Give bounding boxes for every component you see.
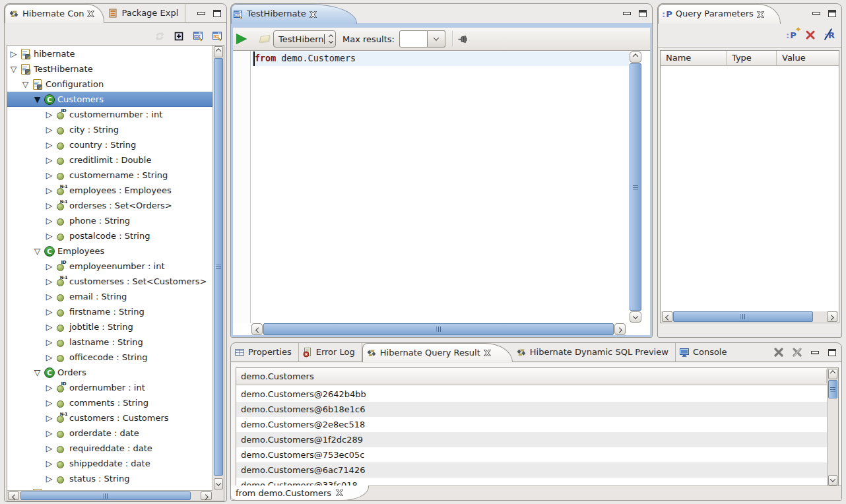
expander-icon[interactable] — [43, 471, 55, 486]
tree-item[interactable]: lastname : String — [7, 334, 212, 350]
scroll-thumb[interactable] — [263, 323, 614, 335]
close-icon[interactable] — [87, 11, 94, 18]
tree-item[interactable]: requireddate : date — [7, 441, 212, 456]
tab-hibernate-configurations[interactable]: Hibernate Con — [5, 4, 104, 23]
tree-item[interactable]: customername : String — [7, 168, 212, 183]
close-icon[interactable] — [484, 350, 491, 357]
expander-icon[interactable] — [43, 319, 55, 334]
tree-item[interactable]: city : String — [7, 122, 212, 137]
expander-icon[interactable] — [7, 46, 20, 61]
expander-icon[interactable] — [7, 61, 20, 77]
tree-item[interactable]: shippeddate : date — [7, 456, 212, 471]
expander-icon[interactable] — [43, 334, 55, 350]
minimize-icon[interactable] — [812, 12, 820, 15]
editor-vertical-scrollbar[interactable] — [630, 51, 641, 323]
tree-item[interactable]: employees : Employees — [7, 183, 212, 198]
tree-item[interactable]: hibernate — [7, 46, 212, 61]
refresh-icon[interactable] — [154, 31, 165, 42]
editor-text-area[interactable]: from demo.Customers — [252, 51, 629, 323]
tree-horizontal-scrollbar[interactable] — [7, 490, 212, 501]
tree-item[interactable]: Customers — [7, 92, 212, 107]
column-value[interactable]: Value — [777, 51, 839, 65]
close-icon[interactable] — [309, 11, 317, 18]
tree-item[interactable]: comments : String — [7, 395, 212, 410]
add-configuration-icon[interactable] — [174, 31, 184, 42]
scroll-down-button[interactable] — [630, 311, 641, 323]
tree-item[interactable]: employeenumber : int — [7, 259, 212, 274]
result-row[interactable]: demo.Customers@6ac71426 — [236, 462, 827, 478]
expander-icon[interactable] — [43, 107, 55, 122]
tab-package-explorer[interactable]: Package Expl — [104, 4, 185, 22]
tab-hibernate-dynamic-sql-preview[interactable]: Hibernate Dynamic SQL Preview — [513, 343, 676, 362]
expander-icon[interactable] — [43, 122, 55, 137]
expander-icon[interactable] — [43, 213, 55, 228]
tree-item[interactable]: jobtitle : String — [7, 319, 212, 334]
maximize-icon[interactable] — [639, 10, 647, 17]
tree-item[interactable]: orderdate : date — [7, 425, 212, 441]
result-row[interactable]: demo.Customers@1f2dc289 — [236, 432, 827, 447]
clear-editor-icon[interactable] — [259, 35, 271, 43]
minimize-icon[interactable] — [623, 12, 631, 15]
scroll-up-button[interactable] — [214, 46, 223, 57]
scroll-right-button[interactable] — [614, 323, 626, 335]
dropdown-button[interactable] — [428, 30, 445, 47]
tree-item[interactable]: creditlimit : Double — [7, 152, 212, 168]
tab-testhibernate-editor[interactable]: HQL TestHibernate — [231, 4, 357, 24]
tab-query-parameters[interactable]: :P Query Parameters — [658, 4, 781, 24]
scroll-left-button[interactable] — [8, 491, 19, 500]
expander-icon[interactable] — [43, 259, 55, 274]
scroll-down-button[interactable] — [828, 475, 837, 486]
expander-icon[interactable] — [31, 92, 44, 107]
tree-vertical-scrollbar[interactable] — [212, 46, 224, 490]
max-results-combo[interactable] — [399, 30, 445, 47]
close-all-query-pages-icon[interactable] — [793, 348, 802, 357]
query-parameters-horizontal-scrollbar[interactable] — [661, 311, 838, 322]
minimize-icon[interactable] — [197, 12, 205, 15]
result-row[interactable]: demo.Customers@753ec05c — [236, 447, 827, 462]
scroll-thumb[interactable] — [673, 311, 813, 322]
expander-icon[interactable] — [43, 137, 55, 152]
expander-icon[interactable] — [43, 425, 55, 441]
open-criteria-editor-icon[interactable]: CRI — [212, 31, 222, 42]
column-name[interactable]: Name — [661, 51, 727, 65]
scroll-right-button[interactable] — [201, 491, 212, 500]
scroll-thumb[interactable] — [828, 380, 837, 398]
maximize-icon[interactable] — [828, 10, 836, 17]
expander-icon[interactable] — [43, 289, 55, 304]
toggle-positional-parameters-icon[interactable]: :R — [824, 30, 835, 40]
pin-editor-icon[interactable] — [457, 34, 468, 44]
scroll-left-button[interactable] — [251, 323, 263, 335]
scroll-thumb[interactable] — [20, 491, 191, 500]
expander-icon[interactable] — [43, 168, 55, 183]
scroll-down-button[interactable] — [214, 478, 223, 489]
tab-console[interactable]: Console — [676, 343, 734, 362]
tree-item[interactable]: firstname : String — [7, 304, 212, 319]
result-row[interactable]: demo.Customers@2e8ec518 — [236, 417, 827, 432]
tree-item[interactable]: phone : String — [7, 213, 212, 228]
add-parameter-icon[interactable]: :P✦ — [786, 30, 797, 40]
tree-item[interactable]: customers : Customers — [7, 410, 212, 425]
expander-icon[interactable] — [43, 304, 55, 319]
close-icon[interactable] — [757, 11, 764, 18]
tree-item[interactable]: officecode : String — [7, 350, 212, 365]
result-table-header[interactable]: demo.Customers — [236, 368, 838, 385]
tree-item[interactable]: email : String — [7, 289, 212, 304]
close-query-page-icon[interactable] — [774, 348, 783, 357]
tree-item[interactable]: country : String — [7, 137, 212, 152]
max-results-input[interactable] — [399, 30, 428, 47]
maximize-icon[interactable] — [828, 349, 836, 356]
run-query-icon[interactable] — [236, 34, 247, 44]
tree-item[interactable]: customernumber : int — [7, 107, 212, 122]
tab-error-log[interactable]: Error Log — [299, 343, 362, 362]
expander-icon[interactable] — [43, 274, 55, 289]
scroll-thumb[interactable] — [214, 58, 223, 476]
expander-icon[interactable] — [43, 198, 55, 213]
connection-combo[interactable]: TestHibern — [273, 30, 336, 47]
expander-icon[interactable] — [43, 183, 55, 198]
tree-item[interactable]: Orders — [7, 365, 212, 380]
hql-editor-body[interactable]: from demo.Customers — [233, 51, 650, 335]
open-hql-editor-icon[interactable]: HQL — [193, 31, 203, 42]
tree-item[interactable]: postalcode : String — [7, 228, 212, 243]
tree-item[interactable]: status : String — [7, 471, 212, 486]
expander-icon[interactable] — [31, 243, 44, 259]
